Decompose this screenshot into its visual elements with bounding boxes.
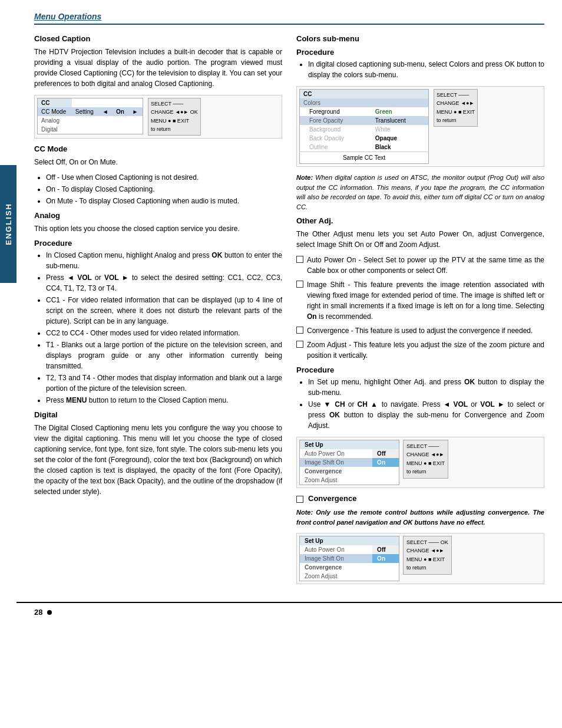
cc-mode-body: Select Off, On or On Mute. — [34, 157, 282, 167]
analog-heading: Analog — [34, 211, 282, 220]
list-item: In digital closed captioning sub-menu, s… — [308, 59, 544, 80]
list-item: CC1 - For video related information that… — [46, 295, 282, 327]
colors-select-box: SELECT —— CHANGE ◄●► MENU ● ■ EXIT to re… — [434, 89, 478, 127]
procedure2-heading: Procedure — [296, 365, 544, 374]
checkbox-icon — [296, 341, 303, 348]
analog-body: This option lets you choose the closed c… — [34, 223, 282, 234]
checkbox-icon — [296, 281, 303, 288]
list-item: In Closed Caption menu, highlight Analog… — [46, 250, 282, 271]
analog-cell: Analog — [38, 116, 72, 125]
convergence-checkbox — [296, 496, 303, 503]
two-col-layout: Closed Caption The HDTV Projection Telev… — [34, 34, 544, 590]
procedure1-heading: Procedure — [34, 239, 282, 248]
cc-select-box: SELECT —— CHANGE ◄●► OK MENU ● ■ EXIT to… — [148, 98, 201, 136]
list-item: CC2 to CC4 - Other modes used for video … — [46, 328, 282, 338]
digital-cell: Digital — [38, 125, 72, 134]
list-item: Press ◄ VOL or VOL ► to select the desir… — [46, 272, 282, 294]
page-number: 28 — [34, 608, 42, 617]
closed-caption-body: The HDTV Projection Television includes … — [34, 47, 282, 89]
cc-menu-diagram: CC CC Mode Setting ◄ On ► Analog — [34, 95, 282, 139]
list-item: T2, T3 and T4 - Other modes that display… — [46, 373, 282, 394]
left-column: Closed Caption The HDTV Projection Telev… — [34, 34, 282, 590]
setup-select-panel2: SELECT —— OK CHANGE ◄●► MENU ● ■ EXIT to… — [403, 536, 452, 575]
footer-dot — [47, 610, 52, 615]
setup-select-panel1: SELECT —— CHANGE ◄●► MENU ● ■ EXIT to re… — [403, 440, 448, 479]
procedure2-list: In Set up menu, highlight Other Adj. and… — [308, 377, 544, 431]
checkbox-item-autopower: Auto Power On - Select Set to power up t… — [296, 255, 544, 276]
page-header: Menu Operations — [34, 12, 544, 25]
cc-menu-table: CC CC Mode Setting ◄ On ► Analog — [37, 98, 143, 134]
setup-table2: Set Up Auto Power On Off Image Shift On … — [299, 536, 399, 581]
page-footer: 28 — [16, 602, 562, 621]
procedure1-list: In Closed Caption menu, highlight Analog… — [46, 250, 282, 406]
cc-mode-cell: CC Mode — [38, 107, 72, 116]
convergence-section: Convergence — [296, 494, 544, 503]
list-item: Use ▼ CH or CH ▲ to navigate. Press ◄ VO… — [308, 399, 544, 431]
checkbox-item-zoomadjust: Zoom Adjust - This feature lets you adju… — [296, 340, 544, 361]
checkbox-item-convergence1: Convergence - This feature is used to ad… — [296, 325, 544, 336]
colors-submenu-heading: Colors sub-menu — [296, 34, 544, 43]
cc-mode-heading: CC Mode — [34, 144, 282, 153]
list-item: Off - Use when Closed Captioning is not … — [46, 172, 282, 183]
note1-text: When digital caption is used on ATSC, th… — [296, 174, 544, 210]
colors-table: CC Colors Foreground Green Fore Opacity — [299, 89, 429, 164]
checkbox-icon — [296, 327, 303, 334]
on-cell: On — [113, 107, 129, 116]
colors-procedure-list: In digital closed captioning sub-menu, s… — [308, 59, 544, 80]
page-title: Menu Operations — [34, 12, 101, 21]
procedure-colors-heading: Procedure — [296, 48, 544, 57]
colors-menu-diagram: CC Colors Foreground Green Fore Opacity — [296, 86, 544, 167]
imageshift-text: Image Shift - This feature prevents the … — [307, 279, 544, 322]
other-adj-body: The Other Adjust menu lets you set Auto … — [296, 229, 544, 250]
list-item: T1 - Blanks out a large portion of the p… — [46, 340, 282, 371]
list-item: Press MENU button to return to the Close… — [46, 395, 282, 406]
setup-table1: Set Up Auto Power On Off Image Shift On … — [299, 440, 399, 485]
side-tab-label: ENGLISH — [4, 203, 13, 245]
convergence-note-text: Only use the remote control buttons whil… — [296, 509, 544, 526]
list-item: In Set up menu, highlight Other Adj. and… — [308, 377, 544, 398]
list-item: On Mute - To display Closed Captioning w… — [46, 196, 282, 206]
main-content: Menu Operations Closed Caption The HDTV … — [16, 0, 562, 602]
zoomadjust-text: Zoom Adjust - This feature lets you adju… — [307, 340, 544, 361]
checkbox-item-imageshift: Image Shift - This feature prevents the … — [296, 279, 544, 322]
digital-body: The Digital Closed Captioning menu lets … — [34, 423, 282, 497]
cc-label: CC — [38, 98, 72, 108]
side-tab: ENGLISH — [0, 165, 16, 283]
setup-menu1-diagram: Set Up Auto Power On Off Image Shift On … — [296, 437, 544, 488]
convergence-note-label: Note: — [296, 509, 313, 516]
cc-mode-list: Off - Use when Closed Captioning is not … — [46, 172, 282, 206]
autopower-text: Auto Power On - Select Set to power up t… — [307, 255, 544, 276]
digital-heading: Digital — [34, 410, 282, 419]
other-adj-heading: Other Adj. — [296, 216, 544, 225]
list-item: On - To display Closed Captioning. — [46, 184, 282, 195]
convergence1-text: Convergence - This feature is used to ad… — [307, 325, 533, 336]
setting-cell: Setting — [72, 107, 99, 116]
closed-caption-heading: Closed Caption — [34, 34, 282, 43]
right-column: Colors sub-menu Procedure In digital clo… — [296, 34, 544, 590]
note1: Note: When digital caption is used on AT… — [296, 173, 544, 212]
checkbox-icon — [296, 256, 303, 263]
setup-menu2-diagram: Set Up Auto Power On Off Image Shift On … — [296, 533, 544, 584]
convergence-heading: Convergence — [308, 494, 356, 503]
note1-label: Note: — [296, 174, 313, 181]
convergence-note: Note: Only use the remote control button… — [296, 508, 544, 527]
